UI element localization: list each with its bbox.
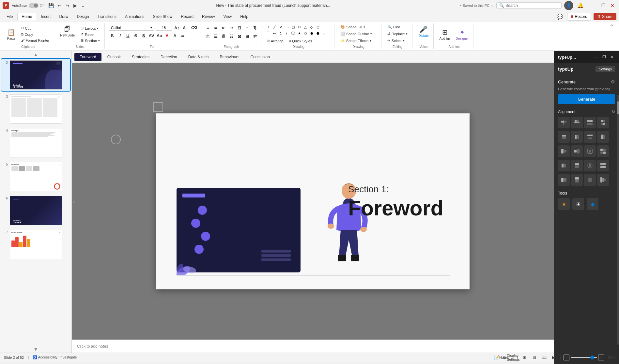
autosave-toggle[interactable] [29,3,39,8]
bullets-button[interactable]: ≡ [204,24,211,31]
align-btn-8[interactable] [597,131,609,143]
tab-slideshow[interactable]: Slide Show [149,13,176,20]
slide-tab-foreword[interactable]: Foreword [74,53,101,61]
shape-callout-icon[interactable]: 💬 [290,30,296,36]
present-icon[interactable]: ▶ [72,2,78,9]
slide-tab-detection[interactable]: Detection [155,53,182,61]
shape-diamond-icon[interactable]: ◇ [309,24,315,30]
shape-bend-icon[interactable]: ↩ [271,30,277,36]
reading-view-button[interactable]: 📖 [540,354,548,361]
slide-thumb-2[interactable]: 2 Section 1: Foreword [1,59,70,91]
align-btn-2[interactable] [571,117,583,128]
align-btn-7[interactable] [584,131,596,143]
customize-icon[interactable]: ⌄ [80,2,86,9]
slide-tab-strategies[interactable]: Strategies [127,53,155,61]
shape-oval-icon[interactable]: ⬭ [296,24,302,30]
align-btn-9[interactable] [558,145,570,157]
char-spacing-button[interactable]: AV [148,32,155,39]
section-button[interactable]: ⊞ Section ▾ [79,38,102,43]
shape-connector-icon[interactable]: ⤵ [278,30,284,36]
reset-button[interactable]: ↺ Reset [79,32,102,37]
shape-arrow-icon[interactable]: ↗ [278,24,284,30]
align-btn-17[interactable] [558,174,570,186]
share-button[interactable]: ⬆ Share [594,13,616,20]
shape-bracket-icon[interactable]: { [284,30,290,36]
new-slide-button[interactable]: 🗐 New Slide [58,24,77,38]
align-btn-18[interactable] [571,174,583,186]
typeup-settings-button[interactable]: Settings [596,66,615,72]
addins-button[interactable]: ⊞ Add-ins [438,27,453,42]
text-box-button[interactable]: ⊠ [236,33,243,40]
user-avatar[interactable]: 👤 [564,1,573,10]
shape-fill-button[interactable]: 🎨 Shape Fill ▾ [338,24,379,30]
align-btn-19[interactable] [584,174,596,186]
tab-review[interactable]: Review [198,13,219,20]
shape-curve-icon[interactable]: ⌒ [265,30,271,36]
align-btn-1[interactable] [558,117,570,128]
shape-expand-icon[interactable]: ⌄ [321,30,327,36]
text-direction-button[interactable]: ⇅ [251,24,258,31]
zoom-slider[interactable] [571,357,597,358]
generate-button[interactable]: Generate [558,94,615,104]
tab-view[interactable]: View [219,13,236,20]
selection-handle-2[interactable] [111,135,121,144]
arrange-button[interactable]: ⊞ Arrange [265,38,286,44]
line-spacing-button[interactable]: ↕ [243,24,251,31]
shadow-button[interactable]: S [140,32,147,39]
slide-thumb-5[interactable]: 5 Detection M [1,161,70,193]
quick-styles-button[interactable]: ◈ Quick Styles [287,38,314,44]
designer-button[interactable]: ✦ Designer [454,27,471,42]
numbering-button[interactable]: ≣ [212,24,219,31]
align-btn-13[interactable] [558,160,570,171]
tool-grid-button[interactable]: ⊞ [572,198,584,210]
tab-file[interactable]: File [3,13,17,20]
comments-icon[interactable]: 💬 [555,12,565,21]
slide-thumb-3[interactable]: 3 M [1,93,70,125]
slide-tab-behaviours[interactable]: Behaviours [214,53,244,61]
convert-button[interactable]: ⇄ [251,33,258,40]
align-btn-5[interactable] [558,131,570,143]
align-right-button[interactable]: ⫚ [220,33,227,40]
shape-pentagon-icon[interactable]: ⬠ [315,24,321,30]
copy-button[interactable]: ⧉Copy [19,32,52,37]
typeup-scrollbar[interactable] [617,95,619,345]
slides-scroll-up[interactable]: ▲ [0,51,71,58]
find-button[interactable]: 🔍 Find [385,24,410,30]
search-box[interactable]: 🔍 [496,2,562,9]
typeup-close-button[interactable]: ✕ [609,54,615,60]
tab-draw[interactable]: Draw [55,13,72,20]
slide-thumb-6[interactable]: 6 Section 2: Outlook [1,195,70,226]
tab-help[interactable]: Help [236,13,252,20]
layout-button[interactable]: ⊟ Layout ▾ [79,25,102,31]
save-icon[interactable]: 💾 [47,2,55,9]
tab-animations[interactable]: Animations [121,13,148,20]
font-case-button[interactable]: Aa [156,32,163,39]
chevron-down-icon[interactable]: ⌄ [491,3,494,7]
normal-view-button[interactable]: ⊞ [521,354,528,361]
align-btn-10[interactable] [571,145,583,157]
shape-roundrect-icon[interactable]: ▢ [290,24,296,30]
align-left-button[interactable]: ⫛ [204,33,211,40]
minimize-button[interactable]: — [590,2,598,9]
tool-diamond-button[interactable]: ◆ [587,198,598,210]
dictate-button[interactable]: 🎤 Dictate [416,24,430,39]
align-btn-12[interactable] [597,145,609,157]
tab-design[interactable]: Design [73,13,93,20]
italic-button[interactable]: I [116,32,124,39]
restore-button[interactable]: ❐ [599,2,607,9]
shape-flowchart-icon[interactable]: ⬡ [302,30,308,36]
undo-icon[interactable]: ↩ [56,2,63,9]
tab-insert[interactable]: Insert [37,13,54,20]
slide-thumb-7[interactable]: 7 Data Analysis M [1,228,70,260]
slide-thumb-4[interactable]: 4 Strategies M [1,127,70,159]
align-btn-4[interactable] [597,117,609,128]
smartart-button[interactable]: ⊞ [243,33,251,40]
search-input[interactable] [505,3,559,8]
shape-3d-icon[interactable]: ⬣ [315,30,321,36]
shape-outline-button[interactable]: ⬜ Shape Outline ▾ [338,31,379,36]
strikethrough-button[interactable]: S [132,32,139,39]
tab-transitions[interactable]: Transitions [94,13,120,20]
typeup-scroll-thumb[interactable] [617,101,619,114]
shape-text-icon[interactable]: T [265,24,271,30]
align-btn-14[interactable] [571,160,583,171]
